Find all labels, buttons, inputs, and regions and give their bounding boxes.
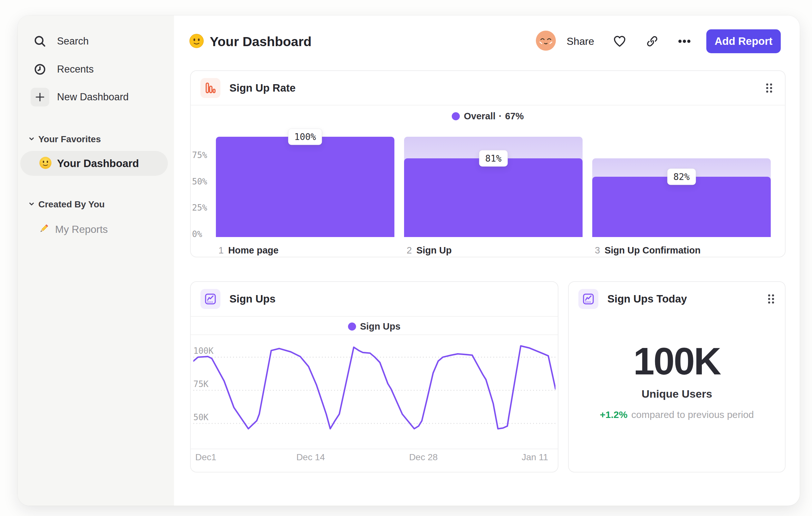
card-header: Sign Ups — [200, 289, 276, 309]
sidebar-item-my-reports[interactable]: My Reports — [38, 222, 108, 237]
card-header: Sign Ups Today — [578, 289, 687, 309]
sidebar-item-label: New Dashboard — [57, 91, 128, 103]
kpi-delta-row: +1.2% compared to previous period — [569, 409, 785, 420]
plus-icon — [31, 88, 49, 106]
funnel-column[interactable]: 82% — [592, 137, 771, 237]
y-tick: 75% — [192, 150, 207, 160]
section-label: Created By You — [38, 199, 105, 210]
conversion-tooltip: 81% — [479, 150, 508, 166]
step-name: Sign Up Confirmation — [605, 245, 700, 256]
chevron-down-icon — [27, 134, 36, 144]
step-name: Home page — [228, 245, 279, 256]
funnel-bar — [216, 137, 395, 237]
clock-icon — [31, 60, 49, 79]
card-title: Sign Up Rate — [229, 82, 295, 94]
sign-ups-series-line — [193, 346, 555, 429]
line-legend: Sign Ups — [191, 321, 558, 332]
drag-handle-icon[interactable] — [765, 83, 773, 95]
header-actions: Share Add Report — [536, 29, 781, 54]
x-tick: Dec 28 — [404, 452, 443, 462]
funnel-legend: Overall · 67% — [191, 111, 785, 121]
sidebar-item-your-dashboard[interactable]: Your Dashboard — [20, 151, 168, 176]
kpi-delta: +1.2% — [600, 409, 627, 420]
x-tick: Dec1 — [195, 452, 216, 462]
funnel-bar — [404, 158, 583, 237]
divider — [191, 449, 558, 449]
divider — [191, 334, 558, 335]
page-header: Your Dashboard — [189, 30, 312, 53]
avatar[interactable] — [536, 31, 556, 52]
conversion-tooltip: 82% — [667, 169, 696, 185]
drag-handle-icon[interactable] — [767, 294, 775, 306]
step-number: 1 — [219, 245, 224, 256]
card-title: Sign Ups Today — [607, 293, 687, 305]
conversion-tooltip: 100% — [288, 129, 322, 145]
pencil-emoji-icon — [38, 222, 50, 236]
line-plot — [193, 340, 555, 449]
x-tick: Dec 14 — [291, 452, 330, 462]
step-number: 2 — [407, 245, 412, 256]
kpi-value: 100K — [569, 339, 785, 383]
smiley-emoji-icon — [39, 156, 52, 171]
smiley-emoji-icon — [189, 33, 204, 50]
sign-up-rate-card: Sign Up Rate Overall · 67% 75%50%25%0% 1… — [190, 70, 786, 257]
app-window: Search Recents New Dashboard — [18, 16, 800, 506]
copy-link-icon[interactable] — [645, 34, 659, 48]
sign-ups-today-card: Sign Ups Today 100K Unique Users +1.2% c… — [568, 281, 786, 472]
y-tick: 25% — [192, 203, 207, 213]
page-title: Your Dashboard — [210, 34, 312, 49]
more-options-icon[interactable] — [677, 34, 692, 48]
funnel-plot: 100%81%82% — [216, 137, 771, 237]
funnel-column[interactable]: 81% — [404, 137, 583, 237]
card-header: Sign Up Rate — [200, 78, 295, 98]
funnel-step-labels: 1Home page2Sign Up3Sign Up Confirmation — [216, 245, 771, 256]
sidebar: Search Recents New Dashboard — [18, 16, 174, 506]
sidebar-item-label: Search — [57, 35, 89, 47]
sidebar-item-label: Your Dashboard — [57, 157, 139, 170]
funnel-step-label: 2Sign Up — [404, 245, 583, 256]
section-label: Your Favorites — [38, 134, 101, 144]
divider — [191, 316, 558, 317]
add-report-button[interactable]: Add Report — [706, 29, 781, 53]
legend-text: Overall · 67% — [464, 111, 524, 121]
funnel-step-label: 1Home page — [216, 245, 395, 256]
line-chart-icon — [200, 289, 221, 309]
line-chart-icon — [578, 289, 598, 309]
sign-ups-line-chart — [193, 340, 555, 449]
legend-dot — [452, 112, 460, 120]
x-tick: Jan 11 — [522, 452, 548, 462]
sidebar-item-search[interactable]: Search — [31, 32, 89, 51]
y-tick: 50% — [192, 177, 207, 186]
sidebar-item-label: Recents — [57, 63, 94, 75]
section-your-favorites[interactable]: Your Favorites — [27, 134, 101, 145]
step-name: Sign Up — [416, 245, 452, 256]
legend-text: Sign Ups — [360, 321, 401, 332]
chevron-down-icon — [27, 200, 36, 209]
step-number: 3 — [595, 245, 600, 256]
kpi-unit-label: Unique Users — [569, 388, 785, 400]
line-x-axis: Dec1 Dec 14 Dec 28 Jan 11 — [191, 452, 558, 465]
funnel-column[interactable]: 100% — [216, 137, 395, 237]
section-created-by-you[interactable]: Created By You — [27, 199, 105, 210]
sign-ups-card: Sign Ups Sign Ups 100K75K50K Dec1 Dec 14… — [190, 281, 558, 472]
y-tick: 0% — [192, 229, 207, 239]
sidebar-item-label: My Reports — [55, 223, 108, 236]
sidebar-item-new-dashboard[interactable]: New Dashboard — [31, 88, 128, 106]
search-icon — [31, 32, 49, 51]
sidebar-item-recents[interactable]: Recents — [31, 60, 94, 79]
favorite-heart-icon[interactable] — [612, 34, 627, 49]
kpi-delta-caption: compared to previous period — [631, 409, 754, 420]
legend-dot — [348, 323, 356, 331]
funnel-step-label: 3Sign Up Confirmation — [592, 245, 771, 256]
funnel-bar — [592, 177, 771, 237]
share-button[interactable]: Share — [567, 35, 594, 47]
divider — [191, 105, 785, 105]
card-title: Sign Ups — [229, 293, 276, 305]
funnel-chart-icon — [200, 78, 221, 98]
